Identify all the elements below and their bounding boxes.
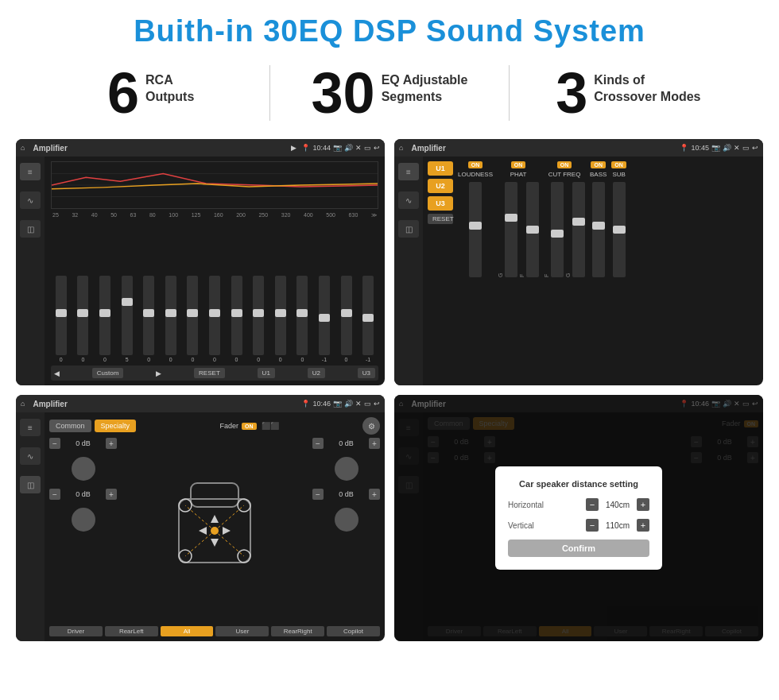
db-bl-minus[interactable]: − <box>49 489 60 500</box>
eq-slider-thumb-3[interactable] <box>99 309 110 317</box>
rearleft-btn[interactable]: RearLeft <box>105 626 158 636</box>
driver-btn[interactable]: Driver <box>49 626 103 636</box>
amp-bass-on[interactable]: ON <box>591 161 606 168</box>
eq-reset-btn[interactable]: RESET <box>194 368 225 378</box>
eq-u2-btn[interactable]: U2 <box>308 368 325 378</box>
eq-u3-btn[interactable]: U3 <box>358 368 375 378</box>
eq-slider-thumb-15[interactable] <box>362 314 374 322</box>
eq-slider-track-15[interactable] <box>362 276 374 355</box>
specialty-btn[interactable]: Specialty <box>95 420 137 432</box>
eq-slider-track-4[interactable] <box>122 276 133 355</box>
db-tl-minus[interactable]: − <box>49 438 60 449</box>
copilot-btn[interactable]: Copilot <box>327 626 380 636</box>
speaker-icon-3[interactable]: ◫ <box>20 476 41 493</box>
amp-phat-on[interactable]: ON <box>511 161 526 168</box>
eq-u1-btn[interactable]: U1 <box>258 368 275 378</box>
user-btn[interactable]: User <box>215 626 269 636</box>
fader-on-badge[interactable]: ON <box>242 423 257 430</box>
eq-slider-thumb-6[interactable] <box>165 309 176 317</box>
amp-phat-thumb-g[interactable] <box>505 214 517 222</box>
amp-cutfreq-thumb-f[interactable] <box>551 230 564 238</box>
rearright-btn[interactable]: RearRight <box>271 626 324 636</box>
eq-slider-thumb-14[interactable] <box>341 309 352 317</box>
eq-slider-thumb-9[interactable] <box>231 309 242 317</box>
eq-slider-thumb-12[interactable] <box>296 309 308 317</box>
db-bl-val: 0 dB <box>62 490 104 498</box>
speaker-home-icon[interactable]: ⌂ <box>21 400 25 408</box>
eq-slider-thumb-5[interactable] <box>143 309 154 317</box>
db-br-minus[interactable]: − <box>312 489 324 500</box>
amp-screen: ⌂ Amplifier 📍10:45📷🔊✕▭↩ ≡ ∿ ◫ U1 U2 U3 R… <box>394 139 763 385</box>
eq-slider-track-7[interactable] <box>187 276 198 355</box>
eq-next-icon[interactable]: ▶ <box>156 369 161 377</box>
eq-slider-thumb-8[interactable] <box>209 309 220 317</box>
modal-horizontal-plus[interactable]: + <box>637 498 649 511</box>
eq-slider-track-5[interactable] <box>143 276 154 355</box>
eq-slider-track-11[interactable] <box>275 276 286 355</box>
amp-sub-on[interactable]: ON <box>611 161 626 168</box>
amp-cutfreq-thumb-g[interactable] <box>572 218 585 226</box>
amp-icon-1[interactable]: ≡ <box>398 163 419 180</box>
amp-bass-slider[interactable] <box>592 182 605 277</box>
db-tl-plus[interactable]: + <box>106 438 117 449</box>
eq-slider-track-10[interactable] <box>253 276 264 355</box>
eq-slider-thumb-11[interactable] <box>275 309 286 317</box>
db-tr-plus[interactable]: + <box>369 438 380 449</box>
eq-slider-track-2[interactable] <box>77 276 88 355</box>
eq-slider-thumb-10[interactable] <box>253 309 264 317</box>
stat-rca: 6 RCAOutputs <box>48 64 254 122</box>
amp-phat-slider-f[interactable] <box>526 182 539 277</box>
eq-icon-3[interactable]: ◫ <box>20 220 41 238</box>
modal-vertical-minus[interactable]: − <box>586 519 599 532</box>
home-icon[interactable]: ⌂ <box>21 144 25 152</box>
eq-slider-thumb-2[interactable] <box>77 309 88 317</box>
db-bl-plus[interactable]: + <box>106 489 117 500</box>
all-btn[interactable]: All <box>161 626 214 636</box>
amp-bass-thumb[interactable] <box>592 222 605 230</box>
eq-slider-track-14[interactable] <box>341 276 352 355</box>
amp-cutfreq-on[interactable]: ON <box>557 161 572 168</box>
modal-vertical-plus[interactable]: + <box>637 519 649 532</box>
eq-icon-1[interactable]: ≡ <box>20 163 41 180</box>
amp-u3-btn[interactable]: U3 <box>428 196 453 211</box>
speaker-settings-icon[interactable]: ⚙ <box>362 417 380 435</box>
speaker-icon-1[interactable]: ≡ <box>20 419 41 436</box>
amp-phat-thumb-f[interactable] <box>526 226 539 234</box>
amp-phat-slider-g[interactable] <box>505 182 517 277</box>
eq-slider-track-6[interactable] <box>165 276 176 355</box>
modal-horizontal-minus[interactable]: − <box>586 498 599 511</box>
eq-slider-track-13[interactable] <box>319 276 330 355</box>
amp-cutfreq-slider-f[interactable] <box>551 182 564 277</box>
amp-u1-btn[interactable]: U1 <box>428 161 453 176</box>
amp-sub-thumb[interactable] <box>613 226 626 234</box>
eq-slider-track-3[interactable] <box>99 276 110 355</box>
eq-prev-icon[interactable]: ◀ <box>54 369 60 377</box>
db-br-plus[interactable]: + <box>369 489 380 500</box>
eq-slider-thumb-4[interactable] <box>122 298 133 306</box>
eq-slider-thumb-7[interactable] <box>187 309 198 317</box>
eq-slider-track-12[interactable] <box>296 276 308 355</box>
eq-slider-thumb-13[interactable] <box>319 314 330 322</box>
db-tr-minus[interactable]: − <box>312 438 324 449</box>
eq-slider-col-9: 0 <box>231 276 242 362</box>
amp-home-icon[interactable]: ⌂ <box>399 144 403 152</box>
db-tr-val: 0 dB <box>325 439 367 447</box>
amp-icon-2[interactable]: ∿ <box>398 191 419 209</box>
eq-slider-track-9[interactable] <box>231 276 242 355</box>
speaker-icon-2[interactable]: ∿ <box>20 447 41 465</box>
eq-slider-track-8[interactable] <box>209 276 220 355</box>
eq-slider-col-2: 0 <box>77 276 88 362</box>
amp-icon-3[interactable]: ◫ <box>398 220 419 238</box>
amp-preset-reset[interactable]: RESET <box>428 214 453 224</box>
amp-loudness-thumb[interactable] <box>469 222 482 230</box>
eq-icon-2[interactable]: ∿ <box>20 191 41 209</box>
amp-sub-slider[interactable] <box>613 182 626 277</box>
amp-loudness-slider[interactable] <box>469 182 482 277</box>
eq-slider-thumb-1[interactable] <box>56 309 67 317</box>
amp-loudness-on[interactable]: ON <box>468 161 483 168</box>
common-btn[interactable]: Common <box>49 420 91 432</box>
amp-u2-btn[interactable]: U2 <box>428 179 453 193</box>
amp-cutfreq-slider-g[interactable] <box>572 182 585 277</box>
confirm-button[interactable]: Confirm <box>508 540 649 557</box>
eq-slider-track-1[interactable] <box>56 276 67 355</box>
